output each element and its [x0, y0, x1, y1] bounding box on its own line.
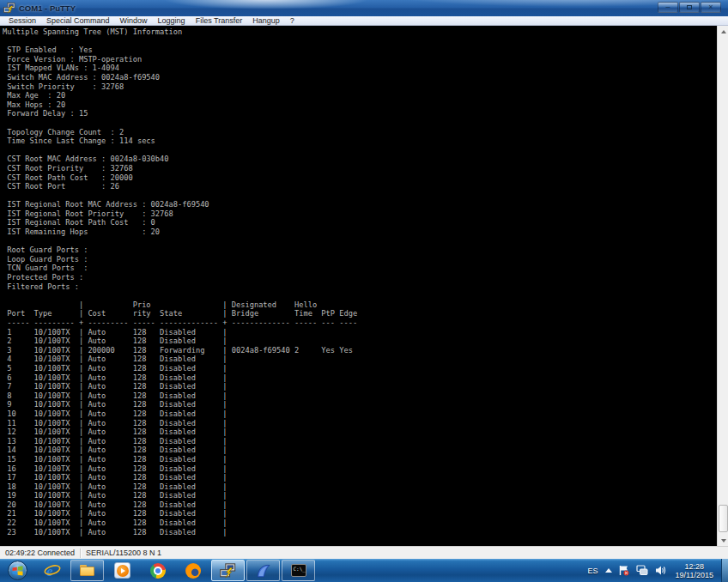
menu-item-hangup[interactable]: Hangup [247, 16, 285, 26]
taskbar-item-wireshark[interactable] [246, 560, 280, 581]
volume-button[interactable] [652, 559, 670, 582]
window-title: COM1 - PuTTY [19, 3, 76, 13]
taskbar: e [0, 559, 728, 582]
scroll-thumb[interactable] [719, 505, 728, 532]
network-status-button[interactable] [633, 559, 652, 582]
menu-item-help[interactable]: ? [285, 16, 300, 26]
language-indicator[interactable]: ES [585, 559, 602, 582]
internet-explorer-icon: e [44, 562, 61, 579]
terminal-icon: C:\_ [291, 564, 306, 577]
restore-icon [687, 5, 692, 9]
close-button[interactable]: × [701, 2, 721, 13]
menu-item-logging[interactable]: Logging [153, 16, 191, 26]
menu-item-special-command[interactable]: Special Command [41, 16, 115, 26]
taskbar-item-firefox[interactable] [176, 560, 209, 581]
show-desktop-button[interactable] [721, 559, 728, 582]
status-serial-params: SERIAL/115200 8 N 1 [81, 547, 167, 559]
taskbar-item-putty[interactable] [211, 560, 245, 581]
hidden-icons-button[interactable] [602, 559, 616, 582]
minimize-button[interactable]: – [658, 2, 678, 13]
taskbar-item-command-prompt[interactable]: C:\_ [282, 560, 315, 581]
status-connected: 02:49:22 Connected [0, 547, 80, 559]
putty-app-icon [3, 3, 15, 14]
putty-icon [220, 563, 236, 579]
media-player-icon [114, 562, 130, 579]
network-icon [636, 565, 648, 576]
clock-date: 19/11/2015 [676, 571, 713, 579]
firefox-icon [185, 563, 201, 579]
menu-item-window[interactable]: Window [115, 16, 153, 26]
speaker-icon [655, 565, 666, 576]
scrollbar[interactable] [717, 26, 728, 546]
putty-window: COM1 - PuTTY – × Session Special Command… [0, 0, 728, 559]
system-tray: ES [585, 559, 728, 582]
windows-flag-icon [12, 566, 23, 576]
chrome-icon [150, 563, 166, 579]
menubar: Session Special Command Window Logging F… [0, 16, 728, 26]
scroll-down-button[interactable] [718, 535, 728, 546]
flag-icon [619, 565, 629, 576]
clock-time: 12:28 [676, 562, 713, 571]
titlebar[interactable]: COM1 - PuTTY – × [0, 0, 728, 16]
clock[interactable]: 12:28 19/11/2015 [670, 562, 719, 579]
chevron-up-icon [605, 568, 612, 573]
taskbar-item-media-player[interactable] [106, 560, 139, 581]
start-button[interactable] [3, 560, 32, 581]
maximize-button[interactable] [679, 2, 700, 13]
action-center-button[interactable] [616, 559, 633, 582]
terminal[interactable]: Multiple Spanning Tree (MST) Information… [0, 26, 728, 546]
statusbar: 02:49:22 Connected SERIAL/115200 8 N 1 [0, 546, 728, 559]
wireshark-icon [255, 562, 272, 579]
taskbar-item-chrome[interactable] [141, 560, 174, 581]
terminal-output: Multiple Spanning Tree (MST) Information… [3, 27, 357, 537]
taskbar-item-windows-explorer[interactable] [70, 560, 104, 581]
desktop: COM1 - PuTTY – × Session Special Command… [0, 0, 728, 582]
scroll-up-button[interactable] [718, 26, 728, 37]
arrow-up-icon [721, 30, 726, 33]
arrow-down-icon [721, 539, 726, 543]
folder-icon [80, 565, 94, 576]
taskbar-item-internet-explorer[interactable]: e [35, 560, 69, 581]
menu-item-session[interactable]: Session [3, 16, 41, 26]
menu-item-files-transfer[interactable]: Files Transfer [191, 16, 248, 26]
